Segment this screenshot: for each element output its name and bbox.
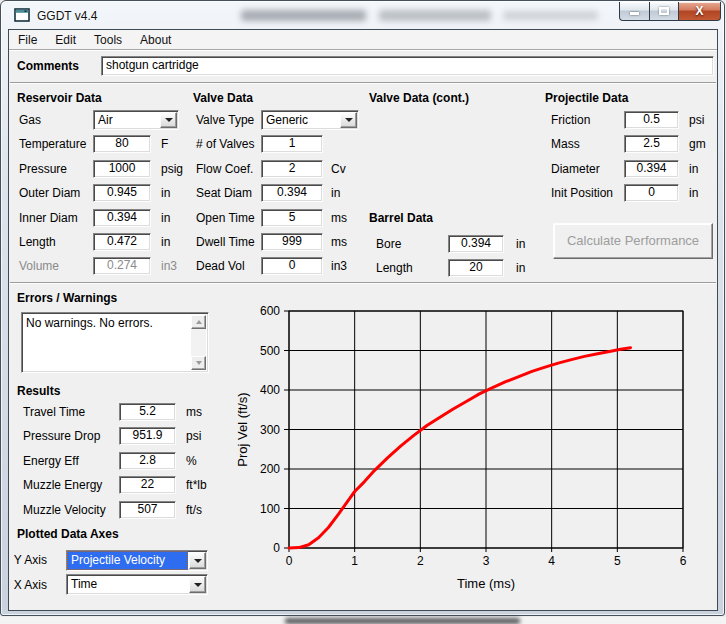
- friction-label: Friction: [551, 113, 590, 127]
- calculate-performance-button[interactable]: Calculate Performance: [553, 223, 713, 259]
- valve-type-value: Generic: [262, 111, 339, 129]
- of-valves-label: # of Valves: [196, 137, 254, 151]
- y-axis-label: Y Axis: [11, 553, 47, 567]
- flow-coef-unit: Cv: [331, 162, 346, 176]
- open-time-input[interactable]: 5: [261, 209, 323, 227]
- dead-vol-label: Dead Vol: [196, 259, 245, 273]
- menu-tools[interactable]: Tools: [85, 30, 131, 50]
- minimize-button[interactable]: [619, 2, 650, 21]
- y-axis-dropdown-button[interactable]: [189, 552, 206, 569]
- menu-about[interactable]: About: [131, 30, 180, 50]
- minimize-icon: [630, 12, 639, 15]
- volume-unit: in3: [161, 259, 177, 273]
- chevron-down-icon: [165, 118, 173, 122]
- gas-select[interactable]: Air: [93, 110, 179, 130]
- y-tick-label: 0: [273, 541, 280, 555]
- inner-diam-input[interactable]: 0.394: [93, 209, 151, 227]
- length-label: Length: [19, 235, 56, 249]
- friction-unit: psi: [689, 113, 704, 127]
- friction-input[interactable]: 0.5: [624, 111, 679, 129]
- inner-diam-unit: in: [161, 211, 170, 225]
- seat-diam-unit: in: [331, 186, 340, 200]
- x-axis-label: X Axis: [11, 578, 47, 592]
- temperature-input[interactable]: 80: [93, 135, 151, 153]
- separator: [10, 282, 716, 283]
- x-tick-label: 0: [286, 554, 293, 568]
- open-time-label: Open Time: [196, 211, 255, 225]
- open-time-unit: ms: [331, 211, 347, 225]
- x-tick-label: 2: [417, 554, 424, 568]
- outer-diam-input[interactable]: 0.945: [93, 184, 151, 202]
- scroll-up-button[interactable]: [191, 315, 206, 329]
- menu-edit[interactable]: Edit: [46, 30, 85, 50]
- energy-eff-input[interactable]: 2.8: [119, 452, 176, 470]
- projectile-data-header: Projectile Data: [545, 91, 628, 105]
- window-title: GGDT v4.4: [37, 9, 97, 23]
- menu-file[interactable]: File: [9, 30, 46, 50]
- init-position-input[interactable]: 0: [624, 184, 679, 202]
- pressure-drop-unit: psi: [186, 429, 201, 443]
- errors-warnings-box[interactable]: No warnings. No errors.: [21, 312, 209, 373]
- inner-diam-label: Inner Diam: [19, 211, 78, 225]
- mass-input[interactable]: 2.5: [624, 135, 679, 153]
- chart-svg: 01234560100200300400500600Time (ms)Proj …: [233, 297, 717, 601]
- flow-coef-input[interactable]: 2: [261, 160, 323, 178]
- gas-dropdown-button[interactable]: [160, 112, 177, 128]
- bore-input[interactable]: 0.394: [448, 235, 504, 253]
- length-input[interactable]: 20: [448, 259, 504, 277]
- comments-input[interactable]: shotgun cartridge: [101, 56, 714, 76]
- dead-vol-unit: in3: [331, 259, 347, 273]
- x-tick-label: 4: [548, 554, 555, 568]
- length-label: Length: [376, 261, 413, 275]
- of-valves-input[interactable]: 1: [261, 135, 323, 153]
- x-axis-dropdown-button[interactable]: [189, 576, 206, 593]
- y-axis-select[interactable]: Projectile Velocity: [66, 550, 208, 571]
- muzzle-velocity-label: Muzzle Velocity: [23, 503, 106, 517]
- muzzle-energy-input[interactable]: 22: [119, 476, 176, 494]
- pressure-input[interactable]: 1000: [93, 160, 151, 178]
- muzzle-velocity-input[interactable]: 507: [119, 501, 176, 519]
- travel-time-label: Travel Time: [23, 405, 85, 419]
- valve-type-dropdown-button[interactable]: [340, 112, 357, 128]
- redacted-title-text: [379, 10, 491, 21]
- maximize-icon: [659, 7, 669, 15]
- menu-bar: File Edit Tools About: [9, 30, 717, 50]
- x-axis-select[interactable]: Time: [66, 574, 208, 595]
- length-input[interactable]: 0.472: [93, 233, 151, 251]
- y-tick-label: 500: [260, 344, 280, 358]
- x-tick-label: 1: [351, 554, 358, 568]
- pressure-drop-input[interactable]: 951.9: [119, 427, 176, 445]
- screen: GGDT v4.4 X File Edit Tools About Commen…: [0, 0, 726, 624]
- dwell-time-input[interactable]: 999: [261, 233, 323, 251]
- maximize-button[interactable]: [650, 2, 678, 21]
- scrollbar[interactable]: [191, 315, 206, 370]
- chevron-down-icon: [194, 559, 202, 563]
- dwell-time-unit: ms: [331, 235, 347, 249]
- barrel-data-header: Barrel Data: [369, 211, 433, 225]
- chevron-down-icon: [194, 583, 202, 587]
- volume-input[interactable]: 0.274: [93, 257, 151, 275]
- length-unit: in: [161, 235, 170, 249]
- redacted-background-text: [285, 618, 520, 624]
- scroll-down-button[interactable]: [191, 356, 206, 370]
- volume-label: Volume: [19, 259, 59, 273]
- outer-diam-unit: in: [161, 186, 170, 200]
- energy-eff-unit: %: [186, 454, 197, 468]
- travel-time-input[interactable]: 5.2: [119, 403, 176, 421]
- dead-vol-input[interactable]: 0: [261, 257, 323, 275]
- init-position-unit: in: [689, 186, 698, 200]
- valve-type-select[interactable]: Generic: [261, 110, 359, 130]
- seat-diam-input[interactable]: 0.394: [261, 184, 323, 202]
- errors-warnings-text: No warnings. No errors.: [26, 316, 190, 330]
- length-unit: in: [516, 261, 525, 275]
- diameter-input[interactable]: 0.394: [624, 160, 679, 178]
- app-window: GGDT v4.4 X File Edit Tools About Commen…: [0, 0, 725, 616]
- separator: [10, 82, 716, 83]
- diameter-label: Diameter: [551, 162, 600, 176]
- close-button[interactable]: X: [678, 2, 721, 21]
- travel-time-unit: ms: [186, 405, 202, 419]
- gas-label: Gas: [19, 113, 41, 127]
- bore-label: Bore: [376, 237, 401, 251]
- bore-unit: in: [516, 237, 525, 251]
- seat-diam-label: Seat Diam: [196, 186, 252, 200]
